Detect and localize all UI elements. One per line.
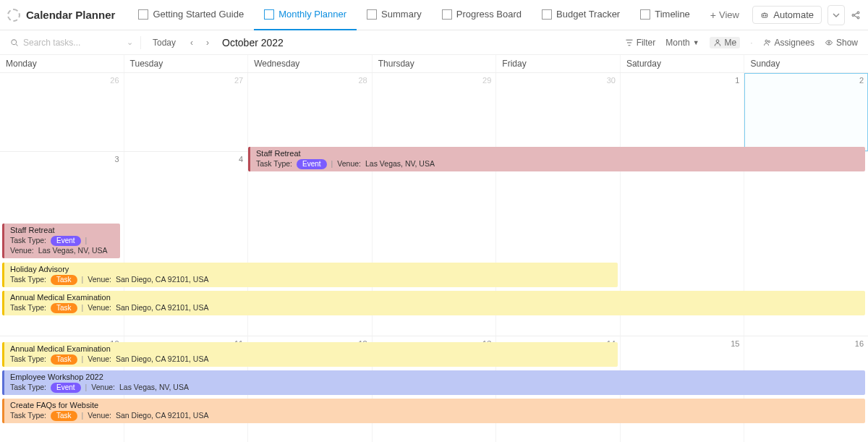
day-cell[interactable]: 30 bbox=[496, 73, 621, 151]
type-label: Task Type: bbox=[10, 354, 46, 364]
add-view-label: View bbox=[719, 9, 739, 20]
dayname-wed: Wednesday bbox=[248, 55, 373, 72]
svg-point-9 bbox=[768, 41, 770, 42]
svg-point-8 bbox=[765, 40, 767, 42]
show-label: Show bbox=[836, 38, 858, 48]
automate-button[interactable]: Automate bbox=[752, 6, 822, 24]
today-button[interactable]: Today bbox=[148, 36, 180, 49]
event-meta: Task Type: Task | Venue: San Diego, CA 9… bbox=[10, 354, 613, 365]
tab-timeline[interactable]: Timeline bbox=[630, 0, 700, 30]
svg-point-10 bbox=[828, 41, 830, 43]
app-icon bbox=[7, 9, 20, 22]
tab-getting-started[interactable]: Getting Started Guide bbox=[128, 0, 254, 30]
week-row: 26 27 28 29 30 1 2 bbox=[0, 73, 868, 152]
tab-label: Getting Started Guide bbox=[153, 9, 244, 20]
dayname-sun: Sunday bbox=[744, 55, 868, 72]
event-title: Holiday Advisory bbox=[10, 265, 613, 275]
day-cell[interactable]: 29 bbox=[373, 73, 497, 151]
me-filter[interactable]: Me bbox=[710, 37, 741, 48]
event-title: Staff Retreat bbox=[10, 226, 116, 236]
range-selector[interactable]: Month ▼ bbox=[665, 38, 699, 48]
day-cell[interactable]: 1 bbox=[621, 73, 745, 151]
day-number: 27 bbox=[234, 76, 243, 85]
tab-progress-board[interactable]: Progress Board bbox=[432, 0, 532, 30]
chevron-down-icon: ▼ bbox=[693, 39, 699, 46]
prev-month-button[interactable]: ‹ bbox=[187, 38, 196, 48]
day-number: 29 bbox=[482, 76, 491, 85]
calendar-header: Monday Tuesday Wednesday Thursday Friday… bbox=[0, 55, 868, 73]
svg-point-4 bbox=[857, 12, 859, 14]
separator: | bbox=[82, 275, 84, 284]
search-input[interactable] bbox=[23, 38, 95, 48]
day-number: 2 bbox=[859, 76, 864, 85]
event-annual-medical[interactable]: Annual Medical Examination Task Type: Ta… bbox=[2, 291, 865, 315]
type-label: Task Type: bbox=[256, 159, 292, 169]
event-meta-line2: Venue: Las Vegas, NV, USA bbox=[10, 246, 116, 255]
eye-icon bbox=[825, 38, 833, 47]
type-badge: Task bbox=[51, 354, 77, 365]
calendar-icon bbox=[264, 9, 274, 20]
tab-label: Timeline bbox=[655, 9, 690, 20]
type-label: Task Type: bbox=[10, 236, 46, 245]
next-month-button[interactable]: › bbox=[203, 38, 212, 48]
event-employee-workshop[interactable]: Employee Workshop 2022 Task Type: Event … bbox=[2, 370, 865, 395]
event-meta: Task Type: Task | Venue: San Diego, CA 9… bbox=[10, 303, 861, 314]
list-icon bbox=[367, 9, 377, 20]
event-staff-retreat[interactable]: Staff Retreat Task Type: Event | Venue: … bbox=[248, 147, 865, 171]
event-annual-medical-cont[interactable]: Annual Medical Examination Task Type: Ta… bbox=[2, 342, 618, 367]
svg-point-6 bbox=[12, 39, 17, 44]
day-cell[interactable]: 27 bbox=[124, 73, 249, 151]
dayname-sat: Saturday bbox=[621, 55, 745, 72]
tab-label: Monthly Planner bbox=[278, 9, 346, 20]
event-staff-retreat-cont[interactable]: Staff Retreat Task Type: Event | Venue: … bbox=[2, 224, 120, 258]
venue-label: Venue: bbox=[88, 275, 111, 284]
month-label: October 2022 bbox=[222, 37, 284, 48]
day-number: 15 bbox=[731, 339, 739, 348]
tab-budget-tracker[interactable]: Budget Tracker bbox=[532, 0, 630, 30]
day-number: 3 bbox=[114, 155, 119, 163]
tab-label: Progress Board bbox=[456, 9, 522, 20]
dayname-mon: Monday bbox=[0, 55, 124, 72]
day-cell[interactable]: 28 bbox=[248, 73, 373, 151]
type-badge: Event bbox=[51, 383, 81, 394]
tab-label: Summary bbox=[381, 9, 422, 20]
tab-summary[interactable]: Summary bbox=[357, 0, 432, 30]
filter-button[interactable]: Filter bbox=[625, 38, 656, 48]
share-icon[interactable] bbox=[851, 10, 861, 20]
me-label: Me bbox=[725, 38, 737, 48]
robot-icon bbox=[760, 11, 769, 20]
venue-label: Venue: bbox=[88, 354, 111, 364]
svg-point-2 bbox=[765, 14, 766, 15]
toolbar: ⌄ Today ‹ › October 2022 Filter Month ▼ … bbox=[0, 30, 868, 55]
divider bbox=[140, 36, 141, 49]
event-create-faqs[interactable]: Create FAQs for Website Task Type: Task … bbox=[2, 399, 865, 423]
plus-icon: + bbox=[710, 9, 716, 21]
type-badge: Task bbox=[51, 303, 77, 314]
venue-value: Las Vegas, NV, USA bbox=[38, 246, 108, 255]
dayname-fri: Friday bbox=[496, 55, 621, 72]
day-cell[interactable]: 26 bbox=[0, 73, 124, 151]
day-number: 28 bbox=[358, 76, 367, 85]
chevron-down-icon[interactable]: ⌄ bbox=[127, 38, 133, 47]
day-number: 26 bbox=[110, 76, 119, 85]
day-number: 16 bbox=[855, 339, 864, 348]
person-icon bbox=[713, 38, 722, 47]
search-icon bbox=[10, 38, 19, 47]
venue-value: San Diego, CA 92101, USA bbox=[116, 354, 208, 364]
day-cell-today[interactable]: 2 bbox=[744, 73, 868, 151]
event-holiday-advisory[interactable]: Holiday Advisory Task Type: Task | Venue… bbox=[2, 263, 618, 287]
show-button[interactable]: Show bbox=[825, 38, 858, 48]
add-view-button[interactable]: + View bbox=[700, 0, 749, 30]
page-title: Calendar Planner bbox=[26, 9, 115, 21]
topbar-more-button[interactable] bbox=[827, 5, 845, 25]
venue-label: Venue: bbox=[88, 411, 111, 420]
separator: | bbox=[82, 303, 84, 313]
type-label: Task Type: bbox=[10, 411, 46, 420]
venue-value: San Diego, CA 92101, USA bbox=[116, 303, 208, 313]
assignees-button[interactable]: Assignees bbox=[763, 38, 814, 48]
dot-separator: · bbox=[750, 38, 752, 48]
tab-list: Getting Started Guide Monthly Planner Su… bbox=[128, 0, 749, 30]
tab-monthly-planner[interactable]: Monthly Planner bbox=[254, 0, 357, 30]
venue-value: Las Vegas, NV, USA bbox=[365, 159, 435, 169]
separator: | bbox=[331, 159, 333, 169]
